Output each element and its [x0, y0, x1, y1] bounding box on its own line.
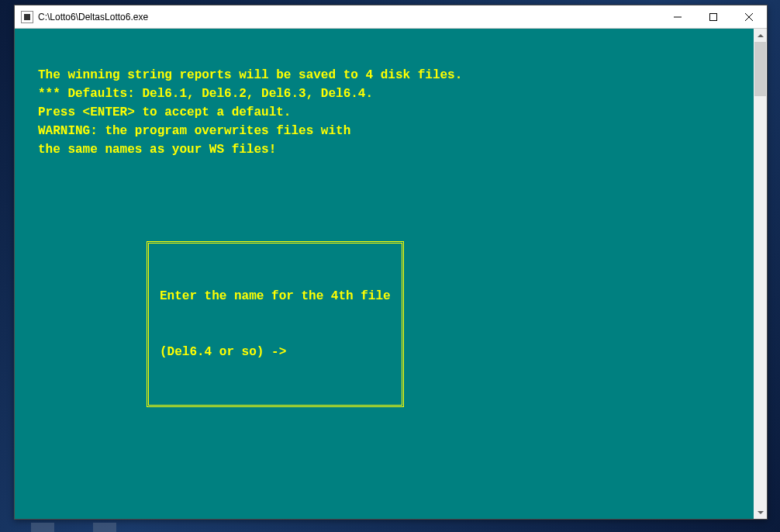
console-line: Press <ENTER> to accept a default. — [38, 103, 730, 122]
minimize-button[interactable] — [660, 5, 695, 28]
input-prompt-box[interactable]: Enter the name for the 4th file (Del6.4 … — [147, 241, 404, 407]
close-button[interactable] — [731, 5, 767, 28]
console-line: the same names as your WS files! — [38, 140, 730, 159]
window-controls — [660, 5, 767, 28]
console-line: The winning string reports will be saved… — [38, 66, 730, 85]
svg-rect-1 — [710, 13, 717, 20]
console-line: WARNING: the program overwrites files wi… — [38, 122, 730, 140]
scrollbar-up-button[interactable] — [754, 29, 767, 42]
titlebar[interactable]: C:\Lotto6\DeltasLotto6.exe — [15, 5, 767, 29]
vertical-scrollbar[interactable] — [754, 29, 767, 519]
console-content[interactable]: The winning string reports will be saved… — [15, 29, 754, 519]
svg-marker-4 — [758, 34, 764, 37]
svg-marker-5 — [758, 511, 764, 514]
maximize-button[interactable] — [695, 5, 731, 28]
console-line: *** Defaults: Del6.1, Del6.2, Del6.3, De… — [38, 85, 730, 103]
window-title: C:\Lotto6\DeltasLotto6.exe — [38, 12, 660, 22]
app-icon — [21, 11, 33, 23]
console-area: The winning string reports will be saved… — [15, 29, 767, 519]
scrollbar-down-button[interactable] — [754, 506, 767, 519]
taskbar-fragment — [93, 523, 116, 532]
taskbar-fragment — [31, 523, 54, 532]
scrollbar-thumb[interactable] — [754, 42, 766, 96]
prompt-line-1: Enter the name for the 4th file — [160, 287, 391, 306]
app-window: C:\Lotto6\DeltasLotto6.exe The winning s… — [14, 5, 768, 520]
prompt-line-2: (Del6.4 or so) -> — [160, 343, 391, 361]
